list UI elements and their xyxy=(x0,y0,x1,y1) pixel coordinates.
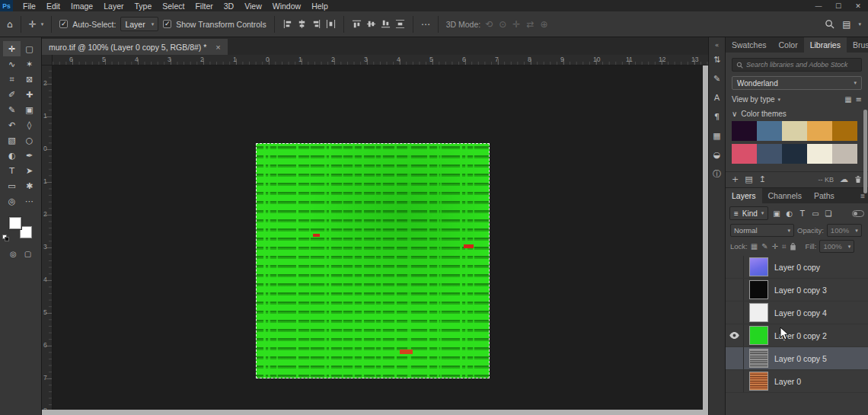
color-swatch[interactable] xyxy=(757,144,782,164)
info-panel-icon[interactable]: ⓘ xyxy=(709,164,726,184)
screen-mode-icon[interactable]: ▢ xyxy=(24,250,31,258)
filter-pixel-layers-icon[interactable]: ▣ xyxy=(770,207,783,220)
tab-brushes[interactable]: Brushes xyxy=(847,37,868,53)
color-swatch[interactable] xyxy=(732,121,757,141)
clone-stamp-tool[interactable]: ▣ xyxy=(21,102,38,117)
view-by-type-label[interactable]: View by type xyxy=(732,95,775,104)
color-themes-section[interactable]: ∨ Color themes xyxy=(732,110,862,118)
align-right-edges-icon[interactable] xyxy=(311,19,321,29)
menu-item-select[interactable]: Select xyxy=(157,0,190,11)
menu-item-layer[interactable]: Layer xyxy=(98,0,129,11)
horizontal-scrollbar[interactable] xyxy=(42,410,708,415)
menu-item-file[interactable]: File xyxy=(18,0,41,11)
tab-channels[interactable]: Channels xyxy=(762,188,808,203)
align-top-edges-icon[interactable] xyxy=(352,19,362,29)
layer-thumbnail[interactable] xyxy=(749,326,768,345)
layer-row[interactable]: Layer 0 copy 3 xyxy=(726,279,868,302)
lock-move-icon[interactable]: ✛ xyxy=(772,242,778,251)
library-search-input[interactable]: Search libraries and Adobe Stock xyxy=(732,58,862,72)
more-align-options-icon[interactable]: ⋯ xyxy=(421,19,430,30)
tab-close-icon[interactable]: × xyxy=(215,43,220,52)
tab-layers[interactable]: Layers xyxy=(726,188,762,203)
lock-paint-icon[interactable]: ✎ xyxy=(761,242,767,251)
menu-item-image[interactable]: Image xyxy=(65,0,98,11)
color-swatch[interactable] xyxy=(832,144,857,164)
menu-item-window[interactable]: Window xyxy=(267,0,306,11)
zoom-tool[interactable]: ◎ xyxy=(3,193,21,209)
color-swatch[interactable] xyxy=(782,144,807,164)
color-swatch[interactable] xyxy=(807,121,832,141)
layer-thumbnail[interactable] xyxy=(749,280,768,299)
color-swatch[interactable] xyxy=(757,121,782,141)
visibility-toggle[interactable] xyxy=(726,279,744,301)
layer-thumbnail[interactable] xyxy=(749,349,768,368)
collapse-panels-icon[interactable]: « xyxy=(709,40,726,50)
menu-item-edit[interactable]: Edit xyxy=(41,0,65,11)
3d-panel-icon[interactable]: ▦ xyxy=(709,126,726,145)
visibility-toggle[interactable] xyxy=(726,347,744,369)
align-horizontal-centers-icon[interactable] xyxy=(297,19,307,29)
delete-icon[interactable] xyxy=(854,175,862,184)
color-swatch[interactable] xyxy=(832,121,857,141)
distribute-vertically-icon[interactable] xyxy=(395,19,405,29)
move-tool-icon[interactable]: ✛ xyxy=(29,19,37,30)
dodge-tool[interactable]: ◐ xyxy=(3,148,21,163)
eyedropper-tool[interactable]: ✐ xyxy=(3,87,21,102)
color-swatch[interactable] xyxy=(807,144,832,164)
chevron-down-icon[interactable]: ▾ xyxy=(41,21,44,27)
align-left-edges-icon[interactable] xyxy=(282,19,292,29)
document-tab[interactable]: muro.tif @ 100% (Layer 0 copy 5, RGB/8#)… xyxy=(42,39,228,55)
auto-select-dropdown[interactable]: Layer ▾ xyxy=(120,17,158,31)
paragraph-panel-icon[interactable]: ¶ xyxy=(709,107,726,126)
foreground-color-swatch[interactable] xyxy=(9,217,21,229)
lock-transparency-icon[interactable]: ▦ xyxy=(751,242,758,251)
layer-row[interactable]: Layer 0 copy 2 xyxy=(726,324,868,347)
default-colors-icon[interactable] xyxy=(2,235,10,242)
3d-pan-icon[interactable]: ✛ xyxy=(512,19,520,30)
canvas[interactable]: 654321012345678910111213 21012345678 xyxy=(42,55,708,410)
layer-row[interactable]: Layer 0 xyxy=(726,370,868,393)
menu-item-help[interactable]: Help xyxy=(306,0,333,11)
quick-mask-icon[interactable]: ◎ xyxy=(10,250,17,258)
character-panel-icon[interactable]: A xyxy=(709,88,726,107)
menu-item-view[interactable]: View xyxy=(239,0,267,11)
color-swatch[interactable] xyxy=(782,121,807,141)
background-color-swatch[interactable] xyxy=(20,226,32,238)
vertical-scrollbar[interactable] xyxy=(703,65,708,410)
layer-row[interactable]: Layer 0 copy 5 xyxy=(726,347,868,370)
document-image[interactable] xyxy=(256,143,490,378)
pen-tool[interactable]: ✒ xyxy=(21,148,38,163)
frame-tool[interactable]: ⊠ xyxy=(21,72,38,87)
libraries-scrollbar[interactable] xyxy=(863,110,867,193)
align-vertical-centers-icon[interactable] xyxy=(366,19,376,29)
rectangle-tool[interactable]: ▭ xyxy=(3,178,21,193)
grid-view-icon[interactable]: ▦ xyxy=(844,95,851,104)
filter-kind-dropdown[interactable]: ≡ Kind ▾ xyxy=(729,206,768,220)
lock-artboard-icon[interactable]: ⌗ xyxy=(782,242,787,251)
lock-all-icon[interactable] xyxy=(790,242,796,251)
color-swatch[interactable] xyxy=(732,144,757,164)
show-transform-checkbox[interactable]: ✓ xyxy=(163,20,171,28)
move-tool[interactable]: ✛ xyxy=(3,41,21,56)
lasso-tool[interactable]: ∿ xyxy=(3,56,21,72)
3d-orbit-icon[interactable]: ⟲ xyxy=(485,19,493,30)
close-icon[interactable]: ✕ xyxy=(848,0,868,11)
layer-row[interactable]: Layer 0 copy 4 xyxy=(726,302,868,324)
library-folder-icon[interactable]: ▤ xyxy=(745,174,752,184)
tab-paths[interactable]: Paths xyxy=(808,188,841,203)
distribute-horizontally-icon[interactable] xyxy=(326,19,336,29)
gradient-tool[interactable]: ▧ xyxy=(3,132,21,148)
filter-toggle[interactable] xyxy=(852,210,864,217)
filter-type-layers-icon[interactable]: T xyxy=(796,207,809,220)
menu-item-filter[interactable]: Filter xyxy=(190,0,218,11)
crop-tool[interactable]: ⌗ xyxy=(3,72,21,87)
3d-zoom-icon[interactable]: ⊕ xyxy=(540,19,547,30)
tab-swatches[interactable]: Swatches xyxy=(726,37,773,53)
chevron-down-icon[interactable]: ▾ xyxy=(858,21,861,27)
fill-dropdown[interactable]: 100% ▾ xyxy=(819,240,854,253)
layer-thumbnail[interactable] xyxy=(749,372,768,391)
layer-thumbnail[interactable] xyxy=(749,257,768,276)
eye-icon[interactable] xyxy=(726,324,744,346)
tab-libraries[interactable]: Libraries xyxy=(804,37,847,53)
blur-tool[interactable]: ○ xyxy=(21,132,38,148)
